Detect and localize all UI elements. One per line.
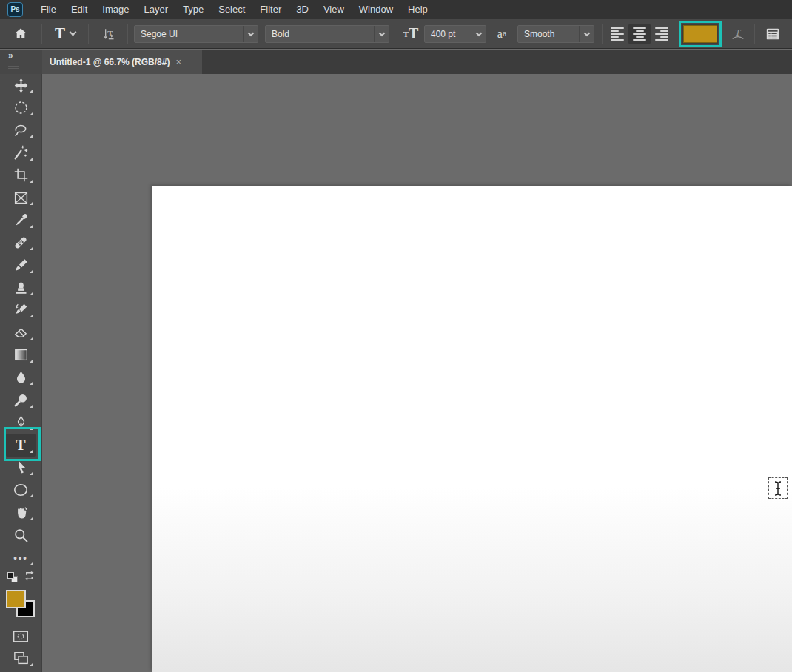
color-controls <box>6 569 36 588</box>
workspace <box>42 74 792 672</box>
menu-select[interactable]: Select <box>211 0 252 19</box>
text-orientation-button[interactable]: T <box>89 27 127 41</box>
color-swatch-highlight <box>679 21 722 47</box>
document-tab-title: Untitled-1 @ 66.7% (RGB/8#) <box>50 57 170 67</box>
quick-mask-icon <box>13 630 29 643</box>
tool-elliptical-marquee[interactable] <box>6 96 36 118</box>
tab-close-icon[interactable]: × <box>175 56 181 67</box>
tool-history-brush[interactable] <box>6 299 36 321</box>
tool-zoom[interactable] <box>6 524 36 546</box>
font-size-value: 400 pt <box>425 29 471 39</box>
screen-mode-button[interactable] <box>6 648 36 670</box>
swap-colors-button[interactable] <box>24 571 35 585</box>
dropdown-arrow <box>243 26 258 42</box>
text-orientation-icon: T <box>100 27 116 41</box>
gradient-icon <box>13 348 29 362</box>
align-right-button[interactable] <box>651 24 673 44</box>
dropdown-arrow <box>374 26 389 42</box>
tool-type[interactable]: T <box>6 434 36 456</box>
menu-window[interactable]: Window <box>352 0 400 19</box>
menu-filter[interactable]: Filter <box>252 0 289 19</box>
selection-arrow-icon <box>14 460 28 475</box>
tool-blur[interactable] <box>6 366 36 389</box>
tool-move[interactable] <box>6 74 36 96</box>
lasso-icon <box>13 122 29 138</box>
tool-hand[interactable] <box>6 501 36 523</box>
tool-magic-wand[interactable] <box>6 141 36 164</box>
anti-alias-icon: aa <box>486 27 517 41</box>
chevron-down-icon <box>70 29 77 36</box>
edit-toolbar-button[interactable]: ••• <box>6 546 36 568</box>
swap-arrows-icon <box>24 571 35 582</box>
a-small-glyph: a <box>503 28 506 39</box>
align-right-icon <box>655 27 668 41</box>
tool-ellipse[interactable] <box>6 479 36 501</box>
font-size-icon: TT <box>397 25 424 42</box>
menu-type[interactable]: Type <box>175 0 211 19</box>
menu-help[interactable]: Help <box>400 0 435 19</box>
menu-edit[interactable]: Edit <box>64 0 95 19</box>
toolbar-header: » <box>0 50 42 74</box>
svg-text:T: T <box>735 27 741 37</box>
tool-lasso[interactable] <box>6 119 36 141</box>
dodge-icon <box>13 392 29 408</box>
menu-image[interactable]: Image <box>95 0 136 19</box>
quick-mask-button[interactable] <box>6 625 36 648</box>
tool-clone-stamp[interactable] <box>6 277 36 299</box>
divider <box>602 24 603 44</box>
tool-pen[interactable] <box>6 411 36 434</box>
tool-path-selection[interactable] <box>6 457 36 479</box>
tool-eraser[interactable] <box>6 321 36 343</box>
pen-icon <box>14 415 28 431</box>
type-tool-icon: T <box>16 437 25 452</box>
align-center-button[interactable] <box>628 24 651 44</box>
panels-icon <box>765 27 780 41</box>
tool-crop[interactable] <box>6 164 36 187</box>
ellipse-icon <box>13 483 29 497</box>
tools-panel: T ••• <box>0 74 42 672</box>
frame-icon <box>13 190 29 206</box>
tool-brush[interactable] <box>6 254 36 276</box>
current-tool-button[interactable]: T <box>42 26 88 41</box>
ellipsis-icon: ••• <box>13 552 28 563</box>
foreground-background-swatches <box>4 590 37 625</box>
tool-healing-brush[interactable] <box>6 232 36 254</box>
brush-icon <box>13 258 29 273</box>
document-tab[interactable]: Untitled-1 @ 66.7% (RGB/8#) × <box>42 50 202 74</box>
font-size-select[interactable]: 400 pt <box>424 25 486 43</box>
font-style-select[interactable]: Bold <box>265 25 389 43</box>
small-t-glyph: T <box>403 30 409 38</box>
align-left-button[interactable] <box>606 24 628 44</box>
menu-file[interactable]: File <box>33 0 64 19</box>
menu-layer[interactable]: Layer <box>137 0 176 19</box>
menu-view[interactable]: View <box>316 0 352 19</box>
tool-dodge[interactable] <box>6 389 36 411</box>
home-icon <box>13 27 28 41</box>
canvas[interactable] <box>152 186 792 672</box>
font-family-value: Segoe UI <box>135 29 243 39</box>
tool-gradient[interactable] <box>6 344 36 366</box>
document-tab-bar: » Untitled-1 @ 66.7% (RGB/8#) × <box>0 50 792 74</box>
anti-alias-select[interactable]: Smooth <box>517 25 594 43</box>
toggle-panels-button[interactable] <box>755 27 791 41</box>
eyedropper-icon <box>13 212 29 228</box>
warp-text-button[interactable]: T <box>722 26 754 42</box>
menu-3d[interactable]: 3D <box>289 0 316 19</box>
home-button[interactable] <box>0 27 41 41</box>
font-style-value: Bold <box>266 29 374 39</box>
chevron-down-icon <box>475 30 481 36</box>
tool-frame[interactable] <box>6 187 36 209</box>
healing-brush-icon <box>13 235 29 251</box>
text-color-swatch[interactable] <box>683 25 717 43</box>
foreground-color-swatch[interactable] <box>6 590 26 608</box>
photoshop-logo-icon[interactable]: Ps <box>7 2 23 17</box>
divider <box>791 24 791 44</box>
history-brush-icon <box>13 302 29 318</box>
blur-icon <box>14 370 28 386</box>
font-family-select[interactable]: Segoe UI <box>134 25 258 43</box>
tool-options-bar: T T Segoe UI Bold <box>0 19 792 49</box>
tool-eyedropper[interactable] <box>6 209 36 231</box>
anti-alias-value: Smooth <box>518 29 579 39</box>
toolbar-collapse-button[interactable]: » <box>8 50 14 61</box>
crop-icon <box>13 167 29 183</box>
